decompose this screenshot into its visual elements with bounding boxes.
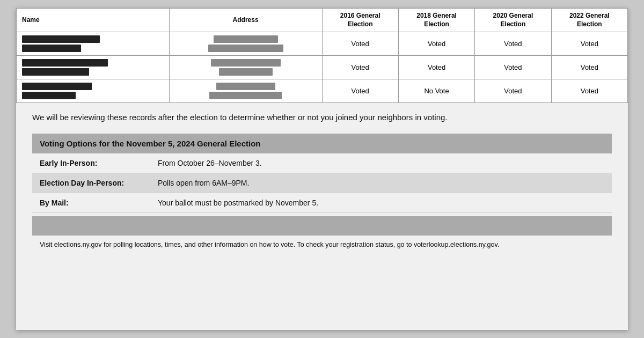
vote-2020-row1: Voted: [475, 32, 551, 56]
vote-2016-row2: Voted: [322, 56, 398, 79]
by-mail-label: By Mail:: [40, 199, 158, 207]
vote-2022-row3: Voted: [551, 79, 627, 103]
election-2016-header: 2016 General Election: [322, 9, 398, 32]
vote-2022-row2: Voted: [551, 56, 627, 79]
table-row: Voted Voted Voted Voted: [17, 32, 628, 56]
footer-text: Visit elections.ny.gov for polling locat…: [32, 241, 612, 248]
by-mail-value: Your ballot must be postmarked by Novemb…: [158, 199, 318, 207]
review-paragraph: We will be reviewing these records after…: [32, 112, 612, 124]
election-day-value: Polls open from 6AM–9PM.: [158, 179, 249, 187]
election-2020-header: 2020 General Election: [475, 9, 551, 32]
voter-table: Name Address 2016 General Election 2018 …: [16, 8, 628, 103]
vote-2016-row3: Voted: [322, 79, 398, 103]
early-in-person-value: From October 26–November 3.: [158, 159, 262, 167]
vote-2016-row1: Voted: [322, 32, 398, 56]
address-cell-3: [169, 79, 322, 103]
table-row: Voted No Vote Voted Voted: [17, 79, 628, 103]
address-header: Address: [169, 9, 322, 32]
table-row: Voted Voted Voted Voted: [17, 56, 628, 79]
voting-options-header: Voting Options for the November 5, 2024 …: [32, 134, 612, 153]
by-mail-row: By Mail: Your ballot must be postmarked …: [32, 193, 612, 213]
name-cell-2: [17, 56, 170, 79]
election-2022-header: 2022 General Election: [551, 9, 627, 32]
early-in-person-row: Early In-Person: From October 26–Novembe…: [32, 153, 612, 173]
footer-bar: [32, 216, 612, 236]
document-page: Name Address 2016 General Election 2018 …: [16, 8, 628, 330]
early-in-person-label: Early In-Person:: [40, 159, 158, 167]
name-header: Name: [17, 9, 170, 32]
vote-2022-row1: Voted: [551, 32, 627, 56]
address-cell-1: [169, 32, 322, 56]
vote-2018-row1: Voted: [398, 32, 474, 56]
election-day-label: Election Day In-Person:: [40, 179, 158, 187]
name-cell-1: [17, 32, 170, 56]
vote-2020-row2: Voted: [475, 56, 551, 79]
name-cell-3: [17, 79, 170, 103]
election-day-row: Election Day In-Person: Polls open from …: [32, 173, 612, 193]
vote-2018-row3: No Vote: [398, 79, 474, 103]
address-cell-2: [169, 56, 322, 79]
voting-options-section: Voting Options for the November 5, 2024 …: [32, 134, 612, 236]
vote-2020-row3: Voted: [475, 79, 551, 103]
content-area: We will be reviewing these records after…: [16, 103, 628, 254]
vote-2018-row2: Voted: [398, 56, 474, 79]
election-2018-header: 2018 General Election: [398, 9, 474, 32]
